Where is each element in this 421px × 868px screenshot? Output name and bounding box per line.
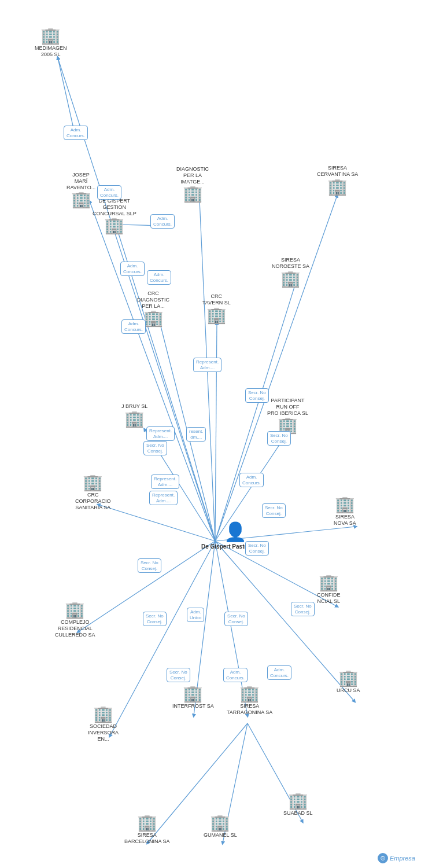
label-j-bruy: J BRUY SL [121,403,147,410]
label-siresa-cervantina: SIRESA CERVANTINA SA [317,165,358,178]
label-crc-diagnostic: CRC DIAGNOSTIC PER LA... [137,290,169,309]
badge-adm-unico-19: Adm.Unico [187,608,204,622]
node-siresa-nova: 🏢 SIRESA NOVA SA [334,496,356,527]
node-participant-run-off: PARTICIPANT RUN OFF PRO IBERICA SL 🏢 [267,396,308,433]
building-icon-siresa-cervantina: 🏢 [327,179,348,195]
node-degispert-gestion: DE GISPERT GESTION CONCURSAL SLP 🏢 [93,197,136,234]
badge-secr-no-consej-21: Secr. NoConsej. [224,612,248,626]
badge-adm-concurs-5: Adm.Concurs. [121,319,146,334]
badge-adm-concurs-1: Adm.Concurs. [64,126,88,140]
badge-adm-concurs-6: Adm.Concurs. [97,185,121,200]
node-j-bruy: J BRUY SL 🏢 [121,402,147,427]
node-siresa-noroeste: SIRESA NOROESTE SA 🏢 [272,256,309,287]
node-suabad: 🏢 SUABAD SL [283,793,313,816]
building-icon-joseph-mari: 🏢 [71,192,91,208]
node-complejo-residencial: 🏢 COMPLEJO RESIDENCIAL CULLEREDO SA [55,602,95,638]
badge-adm-concurs-3: Adm.Concurs. [120,262,145,276]
badge-adm-concurs-4: Adm.Concurs. [147,270,171,285]
building-icon-medimagen: 🏢 [40,28,61,44]
node-siresa-barcelonina: 🏢 SIRESA BARCELONINA SA [124,815,170,845]
badge-adm-concurs-23: Adm.Concurs. [267,665,291,680]
label-participant-run-off: PARTICIPANT RUN OFF PRO IBERICA SL [267,398,308,416]
badge-represent-adm-13: Represent.Adm.... [151,475,179,489]
badge-secr-no-consej-12: Secr. NoConsej. [267,431,291,446]
badge-secr-no-consej-16: Secr. NoConsej. [262,503,286,518]
label-joseph-mari: JOSEP MARÍ RAVENTO... [67,172,95,190]
label-crc-tavern: CRC TAVERN SL [202,293,231,306]
building-icon-diagnostic-imatge: 🏢 [183,186,203,202]
badge-adm-concurs-24: Adm.Concurs. [223,668,248,682]
node-urcu: 🏢 URCU SA [337,670,360,694]
label-medimagen: MEDIMAGEN 2005 SL [35,45,67,58]
label-diagnostic-imatge: DIAGNOSTIC PER LA IMATGE... [176,166,209,185]
svg-line-1 [58,58,75,136]
building-icon-siresa-nova: 🏢 [335,496,355,513]
badge-represent-adm-9: resent.dm.... [186,427,206,442]
node-joseph-mari: JOSEP MARÍ RAVENTO... 🏢 [67,171,95,208]
watermark: © Empresa [378,853,415,863]
building-icon-complejo-residencial: 🏢 [65,602,85,618]
label-siresa-tarragona: SIRESA TARRAGONINA SA [227,703,272,716]
building-icon-degispert-gestion: 🏢 [104,218,124,234]
badge-secr-no-consej-18: Secr. NoConsej. [138,558,161,573]
building-icon-confide-ncial: 🏢 [319,575,339,591]
node-interfrost: 🏢 INTERFROST SA [172,686,214,709]
label-gumanel: GUMANEL SL [204,832,237,838]
badge-represent-adm-8: Represent.Adm.... [146,426,175,441]
badge-secr-no-consej-25: Secr. NoConsej. [167,668,190,682]
node-siresa-tarragona: 🏢 SIRESA TARRAGONINA SA [227,686,272,716]
node-sociedad-inversora: 🏢 SOCIEDAD INVERSORA EN... [88,706,119,742]
building-icon-siresa-tarragona: 🏢 [239,686,260,702]
building-icon-urcu: 🏢 [338,670,359,686]
building-icon-crc-corporacio: 🏢 [83,475,103,491]
label-complejo-residencial: COMPLEJO RESIDENCIAL CULLEREDO SA [55,619,95,638]
watermark-text: Empresa [390,855,415,862]
badge-secr-no-consej-11: Secr. NoConsej. [245,388,269,403]
badge-secr-no-consej-17: Secr. NoConsej. [245,541,269,556]
badge-represent-adm-14: Represent.Adm.... [149,491,178,505]
building-icon-sociedad-inversora: 🏢 [93,706,113,722]
building-icon-crc-diagnostic: 🏢 [143,310,164,326]
building-icon-crc-tavern: 🏢 [206,307,227,323]
building-icon-siresa-noroeste: 🏢 [280,271,301,287]
node-siresa-cervantina: SIRESA CERVANTINA SA 🏢 [317,164,358,195]
label-siresa-barcelonina: SIRESA BARCELONINA SA [124,832,170,845]
building-icon-suabad: 🏢 [288,793,308,809]
person-icon: 👤 [224,521,247,543]
node-diagnostic-imatge: DIAGNOSTIC PER LA IMATGE... 🏢 [176,165,209,202]
badge-represent-adm-7: Represent.Adm.... [193,358,221,372]
building-icon-gumanel: 🏢 [210,815,230,831]
label-sociedad-inversora: SOCIEDAD INVERSORA EN... [88,723,119,742]
svg-line-12 [98,505,215,541]
label-crc-corporacio: CRC CORPORACIO SANITARIA SA [75,492,111,510]
badge-secr-no-consej-10: Secr. NoConsej. [143,441,167,455]
label-urcu: URCU SA [337,687,360,694]
badge-adm-concurs-15: Adm.Concurs. [239,473,264,487]
label-degispert-gestion: DE GISPERT GESTION CONCURSAL SLP [93,198,136,216]
label-interfrost: INTERFROST SA [172,703,214,709]
svg-line-6 [215,323,217,541]
label-confide-ncial: CONFIDE NCIAL SL [317,592,341,605]
node-confide-ncial: 🏢 CONFIDE NCIAL SL [317,575,341,605]
badge-secr-no-consej-20: Secr. NoConsej. [143,612,167,626]
watermark-logo: © [378,853,388,863]
svg-line-8 [215,196,337,541]
building-icon-siresa-barcelonina: 🏢 [137,815,157,831]
node-crc-corporacio: 🏢 CRC CORPORACIO SANITARIA SA [75,475,111,510]
node-gumanel: 🏢 GUMANEL SL [204,815,237,838]
badge-adm-concurs-2: Adm.Concurs. [150,214,175,229]
node-crc-tavern: CRC TAVERN SL 🏢 [202,292,231,323]
label-siresa-noroeste: SIRESA NOROESTE SA [272,257,309,270]
building-icon-j-bruy: 🏢 [124,411,145,427]
label-siresa-nova: SIRESA NOVA SA [334,514,356,527]
label-suabad: SUABAD SL [283,810,313,816]
building-icon-interfrost: 🏢 [183,686,203,702]
node-medimagen: 🏢 MEDIMAGEN 2005 SL [35,28,67,58]
badge-secr-no-consej-22: Secr. NoConsej. [291,602,315,616]
